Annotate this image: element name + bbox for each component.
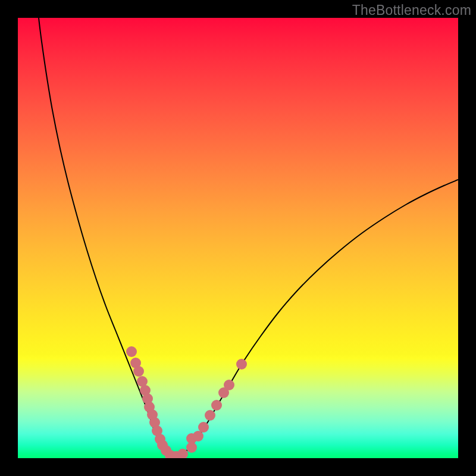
data-dot <box>198 422 209 433</box>
data-dot <box>133 366 144 377</box>
data-dots <box>126 346 247 458</box>
data-dot <box>236 359 247 369</box>
data-dot <box>126 346 137 357</box>
data-dot <box>224 380 234 390</box>
data-dot <box>193 431 203 441</box>
chart-container: TheBottleneck.com <box>0 0 476 476</box>
data-dot <box>205 410 215 421</box>
watermark-text: TheBottleneck.com <box>352 2 471 18</box>
plot-area <box>18 18 458 458</box>
chart-overlay <box>18 18 458 458</box>
data-dot <box>211 400 222 411</box>
bottleneck-curve <box>39 18 458 455</box>
